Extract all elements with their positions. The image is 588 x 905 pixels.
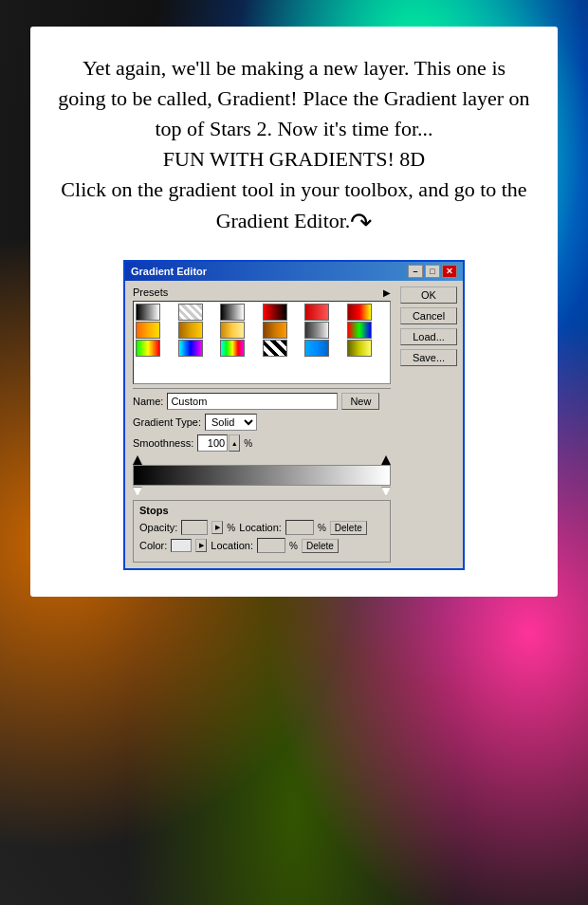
dialog-right-panel: OK Cancel Load... Save... — [396, 281, 463, 568]
minimize-button[interactable]: – — [408, 265, 423, 278]
preset-swatch-17[interactable] — [304, 340, 329, 357]
new-button[interactable]: New — [341, 393, 379, 410]
preset-swatch-5[interactable] — [304, 304, 329, 321]
color-label: Color: — [139, 540, 167, 551]
preset-swatch-2[interactable] — [178, 304, 203, 321]
preset-swatch-11[interactable] — [304, 322, 329, 339]
opacity-location-pct: % — [318, 523, 326, 533]
maximize-button[interactable]: □ — [425, 265, 440, 278]
gradient-bar[interactable] — [133, 465, 391, 486]
dialog-body: Presets ▶ — [125, 281, 463, 568]
name-label: Name: — [133, 396, 163, 407]
load-button[interactable]: Load... — [400, 328, 457, 345]
preset-swatch-16[interactable] — [263, 340, 287, 357]
preset-swatch-7[interactable] — [136, 322, 160, 339]
opacity-row: Opacity: ▶ % Location: % Delete — [139, 520, 384, 535]
opacity-input[interactable] — [181, 520, 208, 535]
dialog-left-panel: Presets ▶ — [125, 281, 396, 568]
opacity-pct: % — [227, 523, 235, 533]
color-delete-button[interactable]: Delete — [302, 539, 339, 553]
smoothness-unit: % — [244, 438, 252, 449]
ok-button[interactable]: OK — [400, 286, 457, 304]
presets-arrow: ▶ — [383, 287, 391, 298]
presets-grid — [134, 302, 390, 359]
preset-swatch-1[interactable] — [136, 304, 160, 321]
name-row: Name: New — [133, 393, 391, 410]
dialog-title: Gradient Editor — [131, 266, 207, 277]
bottom-stop-right[interactable] — [381, 487, 391, 496]
top-stop-left[interactable] — [133, 455, 142, 465]
color-row: Color: ▶ Location: % Delete — [139, 538, 384, 553]
gradient-type-row: Gradient Type: Solid Noise — [133, 414, 391, 431]
opacity-location-input[interactable] — [285, 520, 314, 535]
opacity-delete-button[interactable]: Delete — [330, 521, 367, 535]
top-stop-right[interactable] — [381, 455, 391, 465]
preset-swatch-6[interactable] — [347, 304, 372, 321]
smoothness-label: Smoothness: — [133, 437, 193, 449]
dialog-titlebar: Gradient Editor – □ ✕ — [125, 262, 463, 281]
opacity-location-label: Location: — [239, 522, 282, 533]
smoothness-input[interactable] — [197, 434, 228, 452]
gradient-editor-dialog: Gradient Editor – □ ✕ Presets ▶ — [123, 260, 465, 570]
gradient-bar-top-stops — [133, 455, 391, 465]
gradient-type-select[interactable]: Solid Noise — [205, 414, 257, 431]
save-button[interactable]: Save... — [400, 349, 457, 366]
preset-swatch-14[interactable] — [178, 340, 203, 357]
preset-swatch-8[interactable] — [178, 322, 203, 339]
arrow-icon: ↷ — [350, 204, 372, 243]
gradient-bar-wrap — [133, 455, 391, 496]
color-swatch[interactable] — [171, 539, 192, 552]
presets-box[interactable] — [133, 301, 391, 384]
color-location-label: Location: — [211, 540, 253, 551]
smoothness-row: Smoothness: ▲ % — [133, 434, 391, 452]
preset-swatch-9[interactable] — [220, 322, 245, 339]
preset-swatch-18[interactable] — [347, 340, 372, 357]
preset-swatch-12[interactable] — [347, 322, 372, 339]
titlebar-buttons: – □ ✕ — [408, 265, 457, 278]
opacity-label: Opacity: — [139, 522, 177, 533]
name-input[interactable] — [167, 393, 338, 410]
preset-swatch-15[interactable] — [220, 340, 245, 357]
color-location-pct: % — [289, 541, 298, 551]
preset-swatch-3[interactable] — [220, 304, 245, 321]
opacity-arrow-button[interactable]: ▶ — [211, 521, 223, 534]
bottom-stop-left[interactable] — [133, 487, 142, 496]
gradient-type-label: Gradient Type: — [133, 416, 201, 428]
smoothness-spinner: ▲ — [197, 434, 240, 452]
gradient-bar-bottom-stops — [133, 487, 391, 496]
preset-swatch-13[interactable] — [136, 340, 160, 357]
close-button[interactable]: ✕ — [442, 265, 457, 278]
preset-swatch-10[interactable] — [263, 322, 287, 339]
presets-section-label: Presets ▶ — [133, 286, 391, 298]
stops-title: Stops — [139, 505, 384, 516]
color-arrow-button[interactable]: ▶ — [195, 539, 207, 552]
cancel-button[interactable]: Cancel — [400, 307, 457, 324]
preset-swatch-4[interactable] — [263, 304, 287, 321]
color-location-input[interactable] — [257, 538, 285, 553]
separator-1 — [133, 388, 391, 389]
content-card: Yet again, we'll be making a new layer. … — [30, 27, 558, 597]
instruction-text: Yet again, we'll be making a new layer. … — [57, 53, 531, 243]
smoothness-increment-button[interactable]: ▲ — [229, 434, 240, 452]
stops-box: Stops Opacity: ▶ % Location: % Delete — [133, 500, 391, 563]
